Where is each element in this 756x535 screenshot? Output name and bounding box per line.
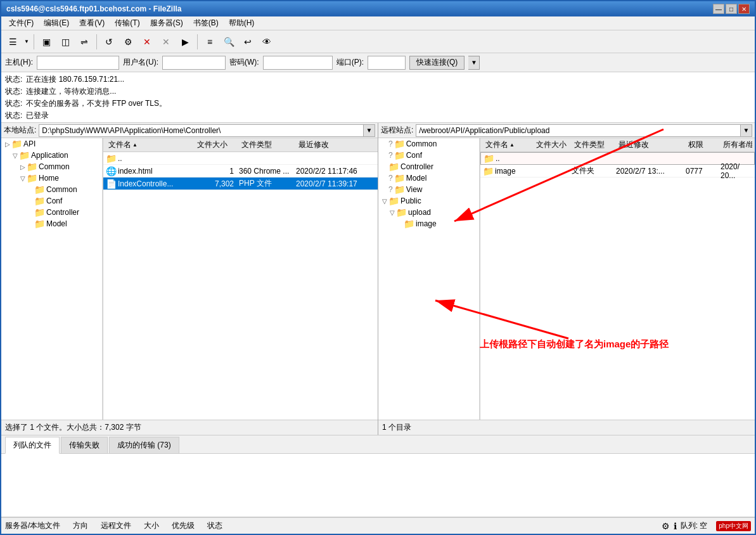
tree-toggle: ▷ bbox=[19, 164, 27, 171]
folder-icon: 📁 bbox=[34, 184, 45, 195]
file-name: .. bbox=[496, 154, 500, 163]
tree-item-model[interactable]: 📁 Model bbox=[1, 218, 102, 229]
col-header-size[interactable]: 文件大小 bbox=[534, 139, 572, 150]
col-header-date[interactable]: 最近修改 bbox=[296, 139, 375, 150]
menu-help[interactable]: 帮助(H) bbox=[224, 16, 260, 30]
remote-file-header: 文件名 ▲ 文件大小 文件类型 最近修改 bbox=[480, 138, 755, 152]
toolbar-reconnect-btn[interactable]: ↺ bbox=[100, 33, 118, 51]
folder-icon: 📁 bbox=[34, 219, 45, 229]
window-title: csls5946@csls5946.ftp01.bcehost.com - Fi… bbox=[6, 4, 182, 13]
queue-tab-0[interactable]: 列队的文件 bbox=[5, 437, 60, 454]
toolbar-dropdown-0[interactable]: ▼ bbox=[23, 33, 30, 51]
status-line-3: 状态: 已登录 bbox=[5, 110, 751, 122]
toolbar-cancel-btn[interactable]: ✕ bbox=[138, 33, 156, 51]
toolbar-icon-btn[interactable]: ◫ bbox=[56, 33, 74, 51]
local-path-label: 本地站点: bbox=[4, 125, 36, 136]
tree-item-controller[interactable]: 📁 Controller bbox=[1, 207, 102, 218]
port-input[interactable] bbox=[368, 56, 406, 70]
folder-icon: 📁 bbox=[388, 196, 399, 206]
host-label: 主机(H): bbox=[5, 57, 33, 68]
toolbar-settings-btn[interactable]: ⚙ bbox=[119, 33, 137, 51]
status-line-1: 状态: 连接建立，等待欢迎消息... bbox=[5, 86, 751, 98]
remote-file-row-dotdot[interactable]: 📁 .. bbox=[480, 152, 755, 165]
quick-connect-button[interactable]: 快速连接(Q) bbox=[409, 56, 464, 70]
user-label: 用户名(U): bbox=[123, 57, 158, 68]
title-bar: csls5946@csls5946.ftp01.bcehost.com - Fi… bbox=[1, 1, 755, 16]
tree-item-common[interactable]: ▷ 📁 Common bbox=[1, 161, 102, 172]
question-icon: ? bbox=[388, 185, 393, 194]
toolbar-eye-btn[interactable]: 👁 bbox=[258, 33, 276, 51]
minimize-button[interactable]: — bbox=[713, 4, 724, 14]
remote-tree-model[interactable]: ? 📁 Model bbox=[378, 172, 479, 184]
tree-toggle: ▷ bbox=[4, 141, 11, 148]
col-header-owner[interactable]: 所有者/组 bbox=[721, 139, 752, 150]
tree-item-application[interactable]: ▽ 📁 Application bbox=[1, 150, 102, 161]
col-header-type[interactable]: 文件类型 bbox=[239, 139, 296, 150]
maximize-button[interactable]: □ bbox=[726, 4, 737, 14]
menu-edit[interactable]: 编辑(E) bbox=[39, 16, 74, 30]
remote-path-dropdown[interactable]: ▼ bbox=[741, 124, 752, 137]
local-panel-content: ▷ 📁 API ▽ 📁 Application ▷ 📁 Commo bbox=[1, 138, 378, 420]
close-button[interactable]: ✕ bbox=[738, 4, 750, 14]
remote-tree-conf[interactable]: ? 📁 Conf bbox=[378, 150, 479, 161]
remote-tree-common[interactable]: ? 📁 Common bbox=[378, 138, 479, 150]
toolbar-search-btn[interactable]: 🔍 bbox=[220, 33, 238, 51]
toolbar-sep-2 bbox=[96, 34, 97, 49]
local-path-dropdown[interactable]: ▼ bbox=[364, 124, 375, 137]
local-path-input[interactable] bbox=[39, 124, 364, 137]
tree-item-conf[interactable]: 📁 Conf bbox=[1, 195, 102, 207]
remote-tree-controller[interactable]: 📁 Controller bbox=[378, 161, 479, 172]
col-header-size[interactable]: 文件大小 bbox=[195, 139, 239, 150]
file-row-dotdot[interactable]: 📁 .. bbox=[103, 152, 378, 165]
remote-path-input[interactable] bbox=[416, 124, 741, 137]
remote-tree-view[interactable]: ? 📁 View bbox=[378, 184, 479, 195]
pass-input[interactable] bbox=[263, 56, 333, 70]
folder-icon: 📁 bbox=[484, 153, 494, 164]
remote-tree-public[interactable]: ▽ 📁 Public bbox=[378, 195, 479, 207]
user-input[interactable] bbox=[162, 56, 226, 70]
queue-label: 队列: 空 bbox=[681, 520, 708, 531]
remote-file-list: 文件名 ▲ 文件大小 文件类型 最近修改 bbox=[480, 138, 755, 420]
toolbar-play-btn[interactable]: ▶ bbox=[176, 33, 194, 51]
status-area: 状态: 正在连接 180.76.159.71:21... 状态: 连接建立，等待… bbox=[1, 72, 755, 123]
toolbar-open-btn[interactable]: ▣ bbox=[37, 33, 55, 51]
toolbar-btn-0[interactable]: ☰ bbox=[4, 33, 22, 51]
col-header-name[interactable]: 文件名 ▲ bbox=[106, 139, 195, 150]
status-line-0: 状态: 正在连接 180.76.159.71:21... bbox=[5, 74, 751, 86]
tree-toggle: ▽ bbox=[19, 175, 27, 182]
menu-transfer[interactable]: 传输(T) bbox=[110, 16, 144, 30]
tree-item-home-common[interactable]: 📁 Common bbox=[1, 184, 102, 195]
col-header-type[interactable]: 文件类型 bbox=[572, 139, 616, 150]
app-window: csls5946@csls5946.ftp01.bcehost.com - Fi… bbox=[0, 0, 756, 535]
menu-view[interactable]: 查看(V) bbox=[74, 16, 110, 30]
file-row-index[interactable]: 🌐 index.html 1 360 Chrome ... 2020/2/2 1… bbox=[103, 165, 378, 177]
toolbar-refresh-btn[interactable]: ⇌ bbox=[75, 33, 93, 51]
remote-tree-image[interactable]: 📁 image bbox=[378, 218, 479, 229]
question-icon: ? bbox=[388, 151, 393, 160]
file-size: 1 bbox=[195, 167, 239, 176]
quick-connect-dropdown[interactable]: ▼ bbox=[468, 56, 480, 70]
remote-file-row-image[interactable]: 📁 image 文件夹 2020/2/7 13:... 0777 2020/ 2… bbox=[480, 165, 755, 177]
remote-tree-upload[interactable]: ▽ 📁 upload bbox=[378, 207, 479, 218]
local-status-text: 选择了 1 个文件。大小总共：7,302 字节 bbox=[5, 422, 141, 433]
tree-item-label: Common bbox=[406, 139, 437, 148]
file-row-indexcontroller[interactable]: 📄 IndexControlle... 7,302 PHP 文件 2020/2/… bbox=[103, 177, 378, 190]
remote-panel: 远程站点: ▼ ? 📁 Common bbox=[378, 123, 755, 435]
tree-item-label: Controller bbox=[400, 162, 433, 171]
queue-tab-1[interactable]: 传输失败 bbox=[61, 437, 108, 453]
col-header-perm[interactable]: 权限 bbox=[686, 139, 721, 150]
toolbar-back-btn[interactable]: ↩ bbox=[239, 33, 257, 51]
menu-bookmarks[interactable]: 书签(B) bbox=[188, 16, 224, 30]
col-header-name[interactable]: 文件名 ▲ bbox=[483, 139, 534, 150]
menu-file[interactable]: 文件(F) bbox=[4, 16, 39, 30]
queue-tab-2[interactable]: 成功的传输 (73) bbox=[109, 437, 179, 453]
toolbar-cancel2-btn[interactable]: ✕ bbox=[157, 33, 175, 51]
tree-item-api[interactable]: ▷ 📁 API bbox=[1, 138, 102, 150]
host-input[interactable] bbox=[37, 56, 119, 70]
tree-item-home[interactable]: ▽ 📁 Home bbox=[1, 172, 102, 184]
menu-server[interactable]: 服务器(S) bbox=[145, 16, 188, 30]
toolbar-list-btn[interactable]: ≡ bbox=[201, 33, 219, 51]
remote-panel-status: 1 个目录 bbox=[378, 420, 755, 435]
col-header-date[interactable]: 最近修改 bbox=[616, 139, 686, 150]
tree-item-label: Public bbox=[400, 197, 421, 205]
